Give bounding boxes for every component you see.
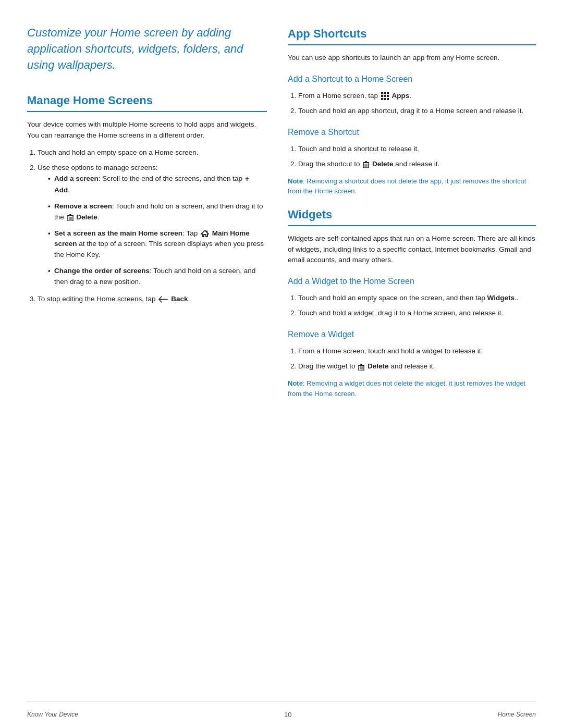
svg-rect-2 [69, 214, 71, 215]
remove-widget-note: Note: Removing a widget does not delete … [288, 378, 536, 399]
app-shortcuts-heading: App Shortcuts [288, 25, 536, 45]
manage-bullets-list: Add a screen: Scroll to the end of the s… [48, 174, 267, 288]
add-widget-heading: Add a Widget to the Home Screen [288, 275, 536, 288]
trash-icon-widget [358, 363, 364, 371]
left-column: Customize your Home screen by adding app… [27, 25, 267, 701]
add-shortcut-step-2: Touch and hold an app shortcut, drag it … [298, 106, 536, 117]
manage-step-3: To stop editing the Home screens, tap Ba… [38, 294, 267, 305]
app-shortcuts-intro: You can use app shortcuts to launch an a… [288, 53, 536, 64]
footer-center: 10 [284, 710, 291, 720]
right-column: App Shortcuts You can use app shortcuts … [288, 25, 536, 701]
intro-text: Customize your Home screen by adding app… [27, 25, 267, 73]
manage-bullet-add-screen: Add a screen: Scroll to the end of the s… [48, 174, 267, 196]
footer-right: Home Screen [498, 710, 536, 719]
add-shortcut-step-1: From a Home screen, tap Apps. [298, 91, 536, 102]
add-widget-steps: Touch and hold an empty space on the scr… [298, 293, 536, 319]
add-shortcut-steps: From a Home screen, tap Apps. Touch and … [298, 91, 536, 117]
manage-bullet-remove-screen: Remove a screen: Touch and hold on a scr… [48, 201, 267, 223]
remove-shortcut-note: Note: Removing a shortcut does not delet… [288, 176, 536, 196]
footer-left: Know Your Device [27, 710, 78, 719]
plus-icon: + [245, 174, 249, 185]
manage-home-screens-heading: Manage Home Screens [27, 92, 267, 112]
apps-grid-icon [381, 92, 389, 100]
manage-bullet-main-screen: Set a screen as the main Home screen: Ta… [48, 228, 267, 261]
trash-icon-remove-screen [67, 214, 74, 221]
footer: Know Your Device 10 Home Screen [27, 701, 536, 729]
add-widget-step-1: Touch and hold an empty space on the scr… [298, 293, 536, 304]
page: Customize your Home screen by adding app… [0, 0, 563, 728]
manage-bullet-order: Change the order of screens: Touch and h… [48, 266, 267, 288]
svg-rect-8 [206, 230, 207, 232]
svg-rect-11 [365, 161, 367, 162]
remove-widget-heading: Remove a Widget [288, 328, 536, 341]
widgets-intro: Widgets are self-contained apps that run… [288, 233, 536, 266]
main-content: Customize your Home screen by adding app… [27, 25, 536, 701]
widgets-heading: Widgets [288, 206, 536, 226]
svg-rect-16 [358, 365, 364, 366]
remove-shortcut-step-2: Drag the shortcut to Delete and release … [298, 159, 536, 170]
remove-widget-step-2: Drag the widget to Delete and release it… [298, 361, 536, 372]
manage-intro-para: Your device comes with multiple Home scr… [27, 119, 267, 141]
manage-step-1: Touch and hold an empty space on a Home … [38, 147, 267, 158]
remove-shortcut-step-1: Touch and hold a shortcut to release it. [298, 144, 536, 155]
back-icon [158, 296, 168, 303]
remove-widget-steps: From a Home screen, touch and hold a wid… [298, 346, 536, 372]
add-shortcut-heading: Add a Shortcut to a Home Screen [288, 73, 536, 85]
svg-rect-1 [67, 215, 74, 216]
manage-step-2: Use these options to manage screens: Add… [38, 163, 267, 288]
home-icon-main [201, 230, 209, 237]
manage-steps-list: Touch and hold an empty space on a Home … [38, 147, 267, 305]
svg-rect-10 [363, 162, 369, 163]
remove-widget-step-1: From a Home screen, touch and hold a wid… [298, 346, 536, 357]
add-widget-step-2: Touch and hold a widget, drag it to a Ho… [298, 308, 536, 319]
remove-shortcut-steps: Touch and hold a shortcut to release it.… [298, 144, 536, 170]
remove-shortcut-heading: Remove a Shortcut [288, 126, 536, 139]
svg-rect-17 [360, 364, 362, 365]
trash-icon-shortcut [363, 161, 369, 168]
